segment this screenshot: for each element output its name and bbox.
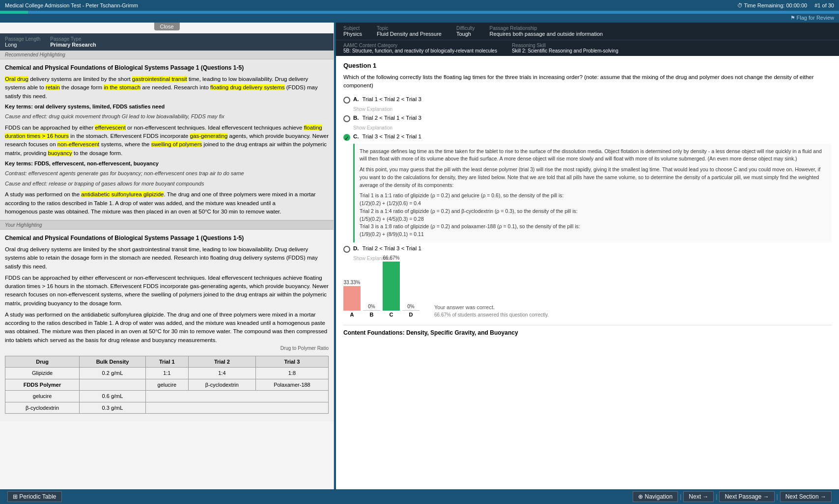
table-row-fdds: FDDS Polymer gelucire β-cyclodextrin Pol… [5, 379, 329, 391]
reasoning-label: Reasoning Skill [512, 43, 618, 48]
highlight-fdds: floating drug delivery systems [210, 84, 284, 90]
option-b[interactable]: B. Trial 2 < Trial 1 < Trial 3 [343, 115, 832, 122]
option-a[interactable]: A. Trial 1 < Trial 2 < Trial 3 [343, 96, 832, 104]
passage-meta-bar: Passage Length Long Passage Type Primary… [0, 33, 334, 51]
top-bar: Medical College Admission Test - Peter T… [0, 0, 839, 11]
rec-key-terms-2: Key terms: FDDS, effervescent, non-effer… [5, 159, 329, 168]
content-cat-value: 5B: Structure, function, and reactivity … [343, 48, 497, 53]
next-section-btn[interactable]: Next Section → [780, 491, 832, 502]
cell-glipizide-density: 0.2 g/mL [80, 368, 146, 379]
right-tools: ⊕ Navigation | Next → | Next Passage → |… [633, 491, 832, 502]
bar-pct-d: 0% [407, 304, 414, 309]
periodic-table-btn[interactable]: ⊞ Periodic Table [7, 491, 62, 502]
cell-fdds-trial1: gelucire [145, 379, 188, 391]
radio-b[interactable] [343, 115, 350, 122]
bar-label-c: C [390, 312, 393, 318]
explanation-c-p1: The passage defines lag time as the time… [360, 148, 827, 163]
cell-gelucire: gelucire [5, 391, 80, 402]
passage-rel-item: Passage Relationship Requires both passa… [490, 26, 603, 37]
highlight-gas-gen: gas-generating [190, 133, 228, 139]
content-cat-bar: AAMC Content Category 5B: Structure, fun… [336, 40, 839, 56]
cell-glipizide: Glipizide [5, 368, 80, 379]
radio-a[interactable] [343, 97, 350, 104]
table-title: Drug to Polymer Ratio [5, 345, 329, 352]
answer-options: A. Trial 1 < Trial 2 < Trial 3 Show Expl… [343, 96, 832, 261]
explanation-c-p2: At this point, you may guess that the pi… [360, 166, 827, 189]
bar-a [343, 286, 361, 311]
cell-fdds-label: FDDS Polymer [5, 379, 80, 391]
close-button[interactable]: Close [154, 23, 179, 30]
explanation-c-trial2-desc: Trial 2 is a 1:4 ratio of glipizide (ρ =… [360, 208, 827, 215]
bar-pct-b: 0% [368, 304, 375, 309]
bar-group-c: 66.67% C [383, 255, 400, 318]
option-c-label: C. [353, 133, 359, 139]
bottom-bar: ⊞ Periodic Table ⊕ Navigation | Next → |… [0, 489, 839, 504]
subject-item: Subject Physics [343, 26, 362, 37]
flag-for-review-btn[interactable]: ⚑ Flag for Review [790, 15, 834, 21]
radio-d[interactable] [343, 246, 350, 253]
rec-highlight-label: Recommended Highlighting [0, 51, 334, 59]
separator-3: | [777, 493, 778, 500]
topic-item: Topic Fluid Density and Pressure [377, 26, 442, 37]
your-highlight-label: Your Highlighting [0, 220, 334, 230]
option-a-label: A. [353, 96, 359, 102]
bar-d [402, 310, 420, 311]
highlight-retain: retain [46, 84, 60, 90]
radio-c[interactable]: ✓ [343, 134, 350, 141]
rec-highlight-body: Chemical and Physical Foundations of Bio… [0, 59, 334, 220]
close-btn-container: Close [154, 23, 179, 30]
option-d-label: D. [353, 245, 359, 251]
main-layout: Close Passage Length Long Passage Type P… [0, 23, 839, 489]
rec-passage-title: Chemical and Physical Foundations of Bio… [5, 63, 329, 72]
separator-1: | [680, 493, 681, 500]
next-passage-btn[interactable]: Next Passage → [719, 491, 774, 502]
option-d-text: Trial 2 < Trial 3 < Trial 1 [363, 245, 421, 251]
flag-bar[interactable]: ⚑ Flag for Review [0, 14, 839, 23]
navigation-btn[interactable]: ⊕ Navigation [633, 491, 678, 502]
explanation-c: The passage defines lag time as the time… [353, 144, 832, 242]
table-row-beta-cyclo: β-cyclodextrin 0.3 g/mL [5, 402, 329, 414]
passage-rel-value: Requires both passage and outside inform… [490, 31, 603, 37]
bar-chart: 33.33% A 0% B 66.67% C [343, 268, 420, 318]
option-c[interactable]: ✓ C. Trial 3 < Trial 2 < Trial 1 [343, 133, 832, 141]
highlight-float-duration: floating duration times > 16 hours [5, 125, 322, 139]
explanation-c-trial2-calc: (1/5)(0.2) + (4/5)(0.3) = 0.28 [360, 215, 827, 223]
explanation-c-trial1-desc: Trial 1 is a 1:1 ratio of glipizide (ρ =… [360, 192, 827, 200]
cell-trial2-ratio: 1:4 [188, 368, 255, 379]
rec-key-terms-1: Key terms: oral delivery systems, limite… [5, 103, 329, 111]
show-explanation-d[interactable]: Show Explanation [353, 256, 832, 261]
option-d[interactable]: D. Trial 2 < Trial 3 < Trial 1 [343, 245, 832, 253]
time-remaining: ⏱ Time Remaining: 00:00:00 [737, 2, 807, 8]
top-right-info: ⏱ Time Remaining: 00:00:00 #1 of 30 [737, 2, 834, 8]
passage-length-value: Long [5, 42, 40, 48]
show-explanation-a[interactable]: Show Explanation [353, 106, 832, 112]
passage-length-label: Passage Length [5, 36, 40, 42]
option-c-text: Trial 3 < Trial 2 < Trial 1 [363, 133, 421, 139]
cell-gelucire-empty [145, 391, 328, 402]
clock-icon: ⏱ [737, 2, 743, 8]
topic-label: Topic [377, 26, 442, 31]
your-para-1: Oral drug delivery systems are limited b… [5, 245, 329, 271]
show-explanation-b[interactable]: Show Explanation [353, 125, 832, 131]
correct-answer-text: Your answer was correct. [434, 304, 549, 310]
cell-beta-cyclo: β-cyclodextrin [5, 402, 80, 414]
question-title: Question 1 [343, 62, 832, 69]
passage-content: Recommended Highlighting Chemical and Ph… [0, 51, 334, 422]
your-passage-title: Chemical and Physical Foundations of Bio… [5, 234, 329, 242]
app-title: Medical College Admission Test - Peter T… [5, 2, 138, 8]
explanation-c-trial3-desc: Trial 3 is a 1:8 ratio of glipizide (ρ =… [360, 223, 827, 231]
col-trial1: Trial 1 [145, 356, 188, 368]
cell-fdds-trial3: Polaxamer-188 [255, 379, 328, 391]
reasoning-item: Reasoning Skill Skill 2: Scientific Reas… [512, 43, 618, 53]
table-header-row: Drug Bulk Density Trial 1 Trial 2 Trial … [5, 356, 329, 368]
highlight-glipizide: antidiabetic sulfonylurea glipizide [81, 191, 164, 197]
bar-group-b: 0% B [363, 304, 380, 318]
next-btn[interactable]: Next → [683, 491, 714, 502]
highlight-effervescent: effervescent [95, 125, 125, 131]
bar-group-d: 0% D [402, 304, 420, 318]
chart-area: 33.33% A 0% B 66.67% C [343, 268, 832, 318]
cell-trial3-ratio: 1:8 [255, 368, 328, 379]
explanation-c-trial1-calc: (1/2)(0.2) + (1/2)(0.6) = 0.4 [360, 200, 827, 208]
content-cat-label: AAMC Content Category [343, 43, 497, 48]
col-trial2: Trial 2 [188, 356, 255, 368]
